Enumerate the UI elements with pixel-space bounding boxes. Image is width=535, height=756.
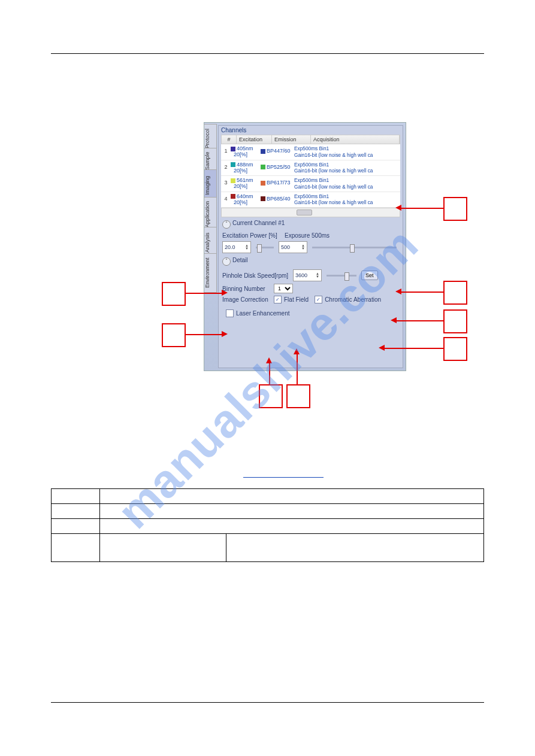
table-row	[52, 489, 484, 504]
slider-thumb[interactable]	[350, 244, 355, 253]
current-channel-label: Current Channel #1	[232, 220, 285, 226]
excitation-power-input[interactable]: 20.0▲▼	[222, 241, 251, 253]
slider-thumb[interactable]	[257, 244, 262, 253]
row-acq: Exp500ms Bin1Gain16-bit (low noise & hig…	[294, 145, 400, 159]
current-channel-section: ˄Current Channel #1	[219, 217, 403, 231]
col-num: #	[222, 135, 237, 144]
exc-pct: 20[%]	[234, 151, 247, 157]
chromatic-aberration-label: Chromatic Aberration	[325, 296, 381, 303]
image-correction-label: Image Correction	[222, 296, 271, 303]
row-emi: BP525/50	[261, 162, 294, 175]
flat-field-checkbox[interactable]: ✓	[274, 296, 282, 303]
exposure-value: 500	[281, 244, 290, 250]
callout-box	[443, 281, 467, 305]
row-acq: Exp500ms Bin1Gain16-bit (low noise & hig…	[294, 177, 400, 190]
app-screenshot: Protocol Sample Imaging Application Anal…	[204, 122, 406, 371]
row-acq: Exp500ms Bin1Gain16-bit (low noise & hig…	[294, 193, 400, 207]
arrow-line	[383, 348, 443, 349]
exposure-input[interactable]: 500▲▼	[279, 241, 307, 253]
laser-enhancement-checkbox[interactable]	[226, 309, 234, 317]
table-row[interactable]: 3 561nm 20[%] BP617/73 Exp500ms Bin1Gain…	[221, 176, 400, 192]
row-exc: 561nm 20[%]	[231, 177, 261, 190]
spinner-arrows-icon[interactable]: ▲▼	[316, 272, 319, 278]
arrow-line	[185, 334, 223, 335]
emi: BP447/60	[267, 148, 291, 154]
table-row[interactable]: 2 488nm 20[%] BP525/50 Exp500ms Bin1Gain…	[221, 160, 400, 177]
tab-environment[interactable]: Environment	[204, 253, 217, 293]
acq-l1: Exp500ms Bin1	[294, 145, 329, 151]
channel-table-header: # Excitation Emission Acquisition	[221, 135, 400, 144]
emi: BP685/40	[267, 196, 291, 202]
collapse-icon[interactable]: ˄	[222, 257, 231, 266]
arrow-line	[185, 293, 223, 294]
col-acquisition: Acquisition	[311, 135, 400, 144]
excitation-value: 20.0	[225, 244, 235, 250]
exc-pct: 20[%]	[234, 199, 247, 205]
row-num: 3	[221, 177, 231, 190]
excitation-power-label: Excitation Power [%]	[222, 232, 282, 239]
link-underline	[243, 477, 324, 478]
swatch-icon	[261, 196, 265, 201]
row-emi: BP685/40	[261, 193, 294, 207]
binning-label: Binning Number	[222, 286, 271, 292]
table-row[interactable]: 1 405nm 20[%] BP447/60 Exp500ms Bin1Gain…	[221, 144, 400, 160]
table-row	[52, 504, 484, 519]
exc-nm: 640nm	[237, 193, 253, 199]
pinhole-value: 3600	[295, 272, 307, 278]
parameter-table	[51, 488, 484, 562]
acq-l2: Gain16-bit (low noise & high well ca	[294, 184, 373, 190]
spinner-arrows-icon[interactable]: ▲▼	[301, 244, 305, 250]
col-excitation: Excitation	[237, 135, 272, 144]
arrow-head-icon	[395, 289, 401, 294]
arrow-head-icon	[391, 317, 397, 323]
arrow-line	[400, 292, 443, 293]
collapse-icon[interactable]: ˄	[222, 220, 231, 229]
callout-box	[286, 384, 310, 408]
spinner-arrows-icon[interactable]: ▲▼	[245, 244, 249, 250]
pinhole-label: Pinhole Disk Speed[rpm]	[222, 272, 291, 279]
horizontal-scrollbar[interactable]	[221, 208, 400, 217]
exc-nm: 488nm	[237, 162, 253, 168]
row-acq: Exp500ms Bin1Gain16-bit (low noise & hig…	[294, 162, 400, 175]
col-emission: Emission	[272, 135, 311, 144]
set-button[interactable]: Set	[361, 271, 378, 280]
exc-nm: 405nm	[237, 145, 253, 151]
row-emi: BP617/73	[261, 177, 294, 190]
swatch-icon	[231, 162, 235, 167]
arrow-head-icon	[266, 357, 272, 363]
exposure-slider[interactable]	[312, 247, 397, 248]
footer-rule	[51, 702, 484, 703]
row-exc: 640nm 20[%]	[231, 193, 261, 207]
callout-box	[443, 309, 467, 333]
row-exc: 488nm 20[%]	[231, 162, 261, 175]
slider-thumb[interactable]	[344, 272, 349, 281]
acq-l2: Gain16-bit (low noise & high well ca	[294, 168, 373, 174]
laser-enhancement-label: Laser Enhancement	[236, 310, 290, 317]
pinhole-speed-input[interactable]: 3600▲▼	[293, 269, 322, 281]
emi: BP525/50	[267, 164, 291, 170]
swatch-icon	[231, 147, 235, 151]
pinhole-slider[interactable]	[327, 275, 356, 277]
swatch-icon	[231, 194, 235, 199]
callout-box	[162, 323, 186, 347]
emi: BP617/73	[267, 180, 291, 186]
exc-pct: 20[%]	[234, 168, 247, 174]
binning-select[interactable]: 1	[274, 284, 293, 293]
exc-nm: 561nm	[237, 177, 253, 183]
table-row[interactable]: 4 640nm 20[%] BP685/40 Exp500ms Bin1Gain…	[221, 192, 400, 208]
arrow-line	[269, 362, 270, 384]
header-rule	[51, 53, 484, 54]
excitation-slider[interactable]	[256, 247, 274, 248]
chromatic-aberration-checkbox[interactable]: ✓	[315, 296, 322, 303]
row-num: 2	[221, 162, 231, 175]
acq-l1: Exp500ms Bin1	[294, 193, 329, 199]
swatch-icon	[261, 165, 265, 169]
row-num: 4	[221, 193, 231, 207]
callout-box	[443, 197, 467, 221]
arrow-line	[395, 320, 443, 321]
callout-box	[259, 384, 283, 408]
row-num: 1	[221, 145, 231, 159]
detail-section: ˄Detail	[219, 254, 403, 268]
channel-table: # Excitation Emission Acquisition 1 405n…	[221, 135, 400, 208]
channels-title: Channels	[219, 126, 403, 135]
